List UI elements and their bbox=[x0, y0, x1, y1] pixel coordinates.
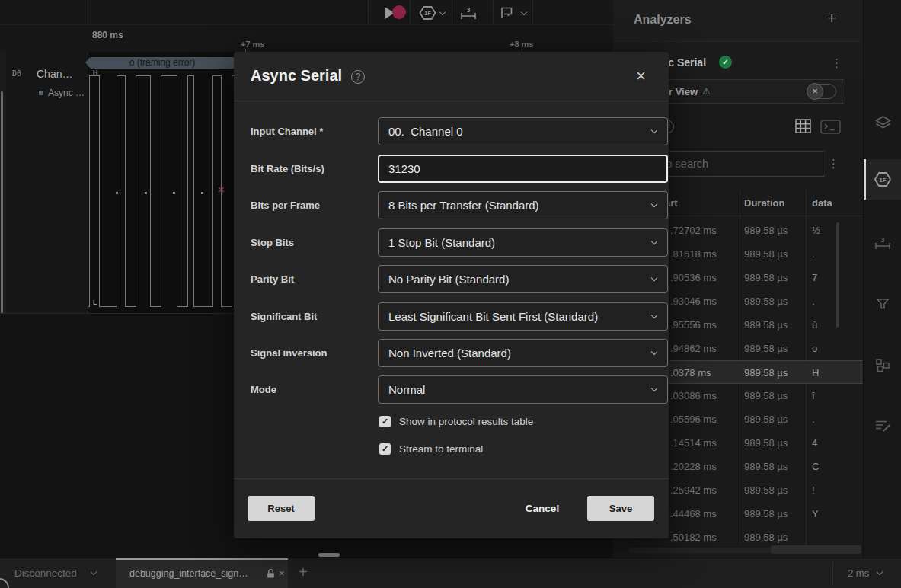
toolbar-divider bbox=[368, 0, 369, 25]
table-vertical-scrollbar[interactable] bbox=[836, 222, 839, 328]
channel-name[interactable]: Chan… bbox=[37, 68, 72, 80]
table-horizontal-scrollbar-thumb[interactable] bbox=[771, 545, 861, 554]
toolbar-divider bbox=[493, 0, 494, 25]
horizontal-scrollbar-thumb[interactable] bbox=[318, 553, 340, 557]
chevron-down-icon bbox=[651, 385, 657, 391]
help-icon[interactable]: ? bbox=[351, 70, 365, 84]
header-divider bbox=[234, 101, 669, 101]
sidebar-item-measure[interactable]: 3 bbox=[864, 222, 901, 263]
ruler-major-label: 880 ms bbox=[92, 30, 123, 40]
capture-tab[interactable]: debugging_interface_sign… × bbox=[116, 558, 288, 588]
timescale-value[interactable]: 2 ms bbox=[848, 567, 869, 579]
status-bar: Disconnected debugging_interface_sign… ×… bbox=[0, 558, 901, 588]
sidebar-item-extensions[interactable] bbox=[864, 344, 901, 385]
corner-notification-arc bbox=[0, 578, 9, 588]
toolbar-divider bbox=[410, 0, 411, 25]
signal-low-segment bbox=[126, 306, 136, 307]
sidebar-item-filter[interactable] bbox=[864, 283, 901, 324]
field-label: Significant Bit bbox=[251, 302, 361, 331]
column-header-duration[interactable]: Duration bbox=[744, 197, 784, 209]
bits-per-frame-select[interactable]: 8 Bits per Transfer (Standard) bbox=[378, 191, 668, 219]
parity-bit-select[interactable]: No Parity Bit (Standard) bbox=[378, 265, 668, 293]
table-cell: 989.58 µs bbox=[744, 289, 788, 313]
table-cell: ù bbox=[812, 313, 817, 337]
field-mode: Mode Normal bbox=[251, 375, 652, 404]
tab-close-button[interactable]: × bbox=[279, 567, 285, 579]
signal-inversion-select[interactable]: Non Inverted (Standard) bbox=[378, 339, 668, 367]
bit-marker-dot bbox=[173, 192, 175, 194]
sidebar-item-annotations[interactable] bbox=[864, 405, 901, 446]
mode-select[interactable]: Normal bbox=[378, 375, 668, 404]
table-cell: .50182 ms bbox=[670, 526, 717, 549]
table-cell: 989.58 µs bbox=[744, 266, 788, 289]
table-cell: 7 bbox=[812, 266, 817, 289]
field-significant-bit: Significant Bit Least Significant Bit Se… bbox=[251, 302, 652, 331]
table-cell: .20228 ms bbox=[670, 455, 717, 478]
tab-title: debugging_interface_sign… bbox=[129, 568, 248, 579]
active-indicator bbox=[864, 159, 866, 200]
bit-marker-dot bbox=[116, 192, 118, 194]
column-header-data[interactable]: data bbox=[812, 197, 832, 209]
lock-icon bbox=[267, 569, 275, 579]
chevron-down-icon[interactable] bbox=[91, 569, 97, 575]
signal-pulse bbox=[161, 75, 177, 307]
toggle-knob-x: × bbox=[807, 83, 823, 100]
table-cell: .44468 ms bbox=[670, 502, 717, 526]
search-menu-button[interactable]: ⋮ bbox=[828, 158, 839, 169]
save-button[interactable]: Save bbox=[587, 496, 654, 521]
field-input-channel: Input Channel * 00. Channel 0 bbox=[251, 117, 652, 145]
connection-status[interactable]: Disconnected bbox=[14, 567, 77, 579]
decoded-byte-bubble[interactable]: o (framing error) bbox=[90, 57, 235, 69]
table-view-icon[interactable] bbox=[795, 119, 811, 133]
terminal-icon[interactable] bbox=[820, 120, 841, 134]
sidebar-item-analyzer-active[interactable]: 1F bbox=[864, 159, 901, 200]
cancel-button[interactable]: Cancel bbox=[514, 496, 570, 521]
table-cell: ! bbox=[812, 478, 815, 502]
signal-low-segment bbox=[222, 306, 232, 307]
table-cell: H bbox=[812, 361, 819, 385]
record-dot-icon[interactable] bbox=[392, 5, 406, 19]
channel-id: D0 bbox=[12, 69, 21, 78]
trigger-view-toggle[interactable]: × bbox=[807, 84, 836, 99]
flag-icon[interactable] bbox=[497, 5, 516, 21]
signal-pulse bbox=[117, 75, 126, 307]
new-tab-button[interactable]: + bbox=[299, 564, 308, 581]
timeline-ruler[interactable]: 880 ms +7 ms +8 ms bbox=[0, 25, 613, 52]
svg-text:3: 3 bbox=[880, 236, 884, 244]
sidebar-item-capture[interactable] bbox=[864, 102, 901, 142]
analyzer-bullet-icon bbox=[39, 91, 43, 95]
input-channel-select[interactable]: 00. Channel 0 bbox=[378, 117, 668, 145]
svg-text:3: 3 bbox=[466, 6, 470, 14]
toolbar-divider bbox=[452, 0, 452, 25]
add-analyzer-button[interactable]: + bbox=[827, 9, 836, 27]
channel-analyzer-label[interactable]: Async … bbox=[48, 88, 85, 98]
checkbox-checked-icon[interactable]: ✓ bbox=[379, 443, 391, 455]
analyzer-menu-button[interactable]: ⋮ bbox=[831, 57, 842, 69]
table-cell: o bbox=[812, 337, 817, 360]
close-icon[interactable]: × bbox=[636, 69, 646, 84]
signal-pulse bbox=[187, 75, 194, 307]
signal-low-segment bbox=[151, 306, 161, 307]
table-cell: .72702 ms bbox=[670, 219, 717, 242]
toolbar-divider bbox=[88, 0, 88, 25]
chevron-down-icon[interactable] bbox=[521, 9, 527, 15]
ruler-offset-label: +7 ms bbox=[241, 40, 265, 49]
notes-pencil-icon bbox=[874, 419, 891, 433]
table-cell: .25942 ms bbox=[670, 478, 717, 502]
bit-rate-input[interactable] bbox=[378, 155, 668, 183]
significant-bit-select[interactable]: Least Significant Bit Sent First (Standa… bbox=[378, 302, 668, 331]
measure-icon[interactable]: 3 bbox=[458, 5, 478, 21]
stop-bits-select[interactable]: 1 Stop Bit (Standard) bbox=[378, 228, 668, 257]
table-cell: .05596 ms bbox=[670, 407, 717, 431]
field-label: Bits per Frame bbox=[251, 191, 361, 219]
field-bits-per-frame: Bits per Frame 8 Bits per Transfer (Stan… bbox=[251, 191, 652, 219]
signal-pulse bbox=[89, 75, 100, 307]
table-cell: 989.58 µs bbox=[744, 502, 788, 526]
reset-button[interactable]: Reset bbox=[248, 496, 315, 521]
vertical-scrollbar[interactable] bbox=[1, 91, 3, 313]
checkbox-checked-icon[interactable]: ✓ bbox=[379, 416, 391, 427]
analyzer-1f-icon[interactable]: 1F bbox=[419, 5, 436, 21]
chevron-down-icon[interactable] bbox=[439, 9, 446, 15]
chevron-down-icon[interactable] bbox=[877, 569, 883, 575]
measure-icon: 3 bbox=[873, 235, 893, 251]
